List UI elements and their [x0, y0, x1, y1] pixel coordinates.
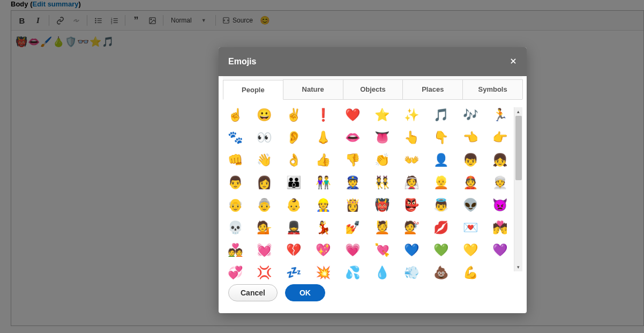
- emoji-item[interactable]: 👄: [344, 130, 362, 145]
- emoji-item[interactable]: 🎵: [432, 107, 450, 122]
- emoji-item[interactable]: 👸: [344, 197, 362, 212]
- emoji-item[interactable]: 👃: [314, 130, 333, 145]
- emoji-item[interactable]: 👂: [285, 130, 303, 145]
- emoji-item[interactable]: 💑: [226, 242, 244, 257]
- emoji-item[interactable]: 👮: [344, 175, 362, 190]
- close-button[interactable]: [510, 57, 517, 66]
- tab-places[interactable]: Places: [402, 79, 463, 99]
- emoji-item[interactable]: 👳: [491, 175, 509, 190]
- emoji-item[interactable]: 💨: [402, 265, 421, 280]
- emoji-grid: ☝️😀✌️❗❤️⭐✨🎵🎶🏃🐾👀👂👃👄👅👆👇👈👉👊👋👌👍👎👏👐👤👦👧👨👩👪👫👮👯👰…: [226, 107, 514, 271]
- emoji-item[interactable]: 👆: [402, 130, 421, 145]
- emoji-item[interactable]: 👋: [256, 152, 274, 167]
- emoji-item[interactable]: 😀: [256, 107, 274, 122]
- emoji-item[interactable]: 👰: [402, 175, 421, 190]
- emoji-item[interactable]: 👶: [285, 197, 303, 212]
- emoji-item[interactable]: 💂: [285, 220, 303, 235]
- emoji-item[interactable]: 👏: [373, 152, 392, 167]
- emoji-item[interactable]: 👿: [491, 197, 509, 212]
- emoji-item[interactable]: 👧: [491, 152, 509, 167]
- emoji-item[interactable]: 💢: [256, 265, 274, 280]
- emoji-item[interactable]: 💇: [402, 220, 421, 235]
- emoji-item[interactable]: 💀: [226, 220, 244, 235]
- emoji-item[interactable]: 💗: [344, 242, 362, 257]
- emoji-panel: ☝️😀✌️❗❤️⭐✨🎵🎶🏃🐾👀👂👃👄👅👆👇👈👉👊👋👌👍👎👏👐👤👦👧👨👩👪👫👮👯👰…: [219, 100, 527, 276]
- emoji-item[interactable]: 👴: [226, 197, 244, 212]
- dialog-title: Emojis: [228, 57, 256, 66]
- scroll-up-arrow[interactable]: ▴: [514, 107, 522, 116]
- emoji-item[interactable]: 🎶: [461, 107, 480, 122]
- emoji-item[interactable]: 💌: [461, 220, 480, 235]
- emoji-item[interactable]: ✨: [402, 107, 421, 122]
- scroll-thumb[interactable]: [515, 116, 522, 180]
- emoji-item[interactable]: ☝️: [226, 107, 244, 122]
- emoji-item[interactable]: 🏃: [491, 107, 509, 122]
- tab-symbols[interactable]: Symbols: [462, 79, 523, 99]
- emoji-item[interactable]: 👈: [461, 130, 480, 145]
- emoji-item[interactable]: 👹: [373, 197, 392, 212]
- emoji-item[interactable]: 💔: [285, 242, 303, 257]
- emoji-item[interactable]: 👤: [432, 152, 450, 167]
- dialog-footer: Cancel OK: [219, 276, 527, 313]
- emoji-item[interactable]: 👐: [402, 152, 421, 167]
- emoji-item[interactable]: ⭐: [373, 107, 392, 122]
- emoji-item[interactable]: 👦: [461, 152, 480, 167]
- emoji-item[interactable]: 👺: [402, 197, 421, 212]
- cancel-button[interactable]: Cancel: [228, 284, 278, 301]
- ok-button[interactable]: OK: [285, 284, 325, 301]
- emoji-item[interactable]: 💞: [226, 265, 244, 280]
- emoji-item[interactable]: ❗: [314, 107, 333, 122]
- dialog-header: Emojis: [219, 47, 527, 76]
- emoji-item[interactable]: 👇: [432, 130, 450, 145]
- emoji-item[interactable]: 👎: [344, 152, 362, 167]
- emoji-item[interactable]: 👍: [314, 152, 333, 167]
- emoji-item[interactable]: 💛: [461, 242, 480, 257]
- emoji-item[interactable]: 👀: [256, 130, 274, 145]
- emoji-item[interactable]: 👉: [491, 130, 509, 145]
- close-icon: [510, 57, 517, 65]
- scroll-down-arrow[interactable]: ▾: [514, 263, 522, 271]
- emoji-item[interactable]: 💆: [373, 220, 392, 235]
- emoji-item[interactable]: 💓: [256, 242, 274, 257]
- emoji-tabs: People Nature Objects Places Symbols: [223, 76, 522, 100]
- emoji-item[interactable]: 💪: [461, 265, 480, 280]
- emoji-item[interactable]: 👼: [432, 197, 450, 212]
- emoji-item[interactable]: 👊: [226, 152, 244, 167]
- emoji-item[interactable]: 💘: [373, 242, 392, 257]
- emoji-item[interactable]: 💚: [432, 242, 450, 257]
- emoji-item[interactable]: 👱: [432, 175, 450, 190]
- emoji-item[interactable]: 💜: [491, 242, 509, 257]
- emoji-item[interactable]: 💙: [402, 242, 421, 257]
- emoji-item[interactable]: 👨: [226, 175, 244, 190]
- emoji-item[interactable]: 👯: [373, 175, 392, 190]
- emoji-item[interactable]: 🐾: [226, 130, 244, 145]
- emoji-item[interactable]: 💏: [491, 220, 509, 235]
- emoji-item[interactable]: 💤: [285, 265, 303, 280]
- emoji-item[interactable]: 💅: [344, 220, 362, 235]
- emoji-item[interactable]: 👫: [314, 175, 333, 190]
- emoji-item[interactable]: 👌: [285, 152, 303, 167]
- emoji-item[interactable]: 👩: [256, 175, 274, 190]
- emoji-item[interactable]: 👵: [256, 197, 274, 212]
- emoji-item[interactable]: 👪: [285, 175, 303, 190]
- emoji-item[interactable]: 💃: [314, 220, 333, 235]
- emoji-item[interactable]: ❤️: [344, 107, 362, 122]
- emoji-item[interactable]: 👷: [314, 197, 333, 212]
- emoji-item[interactable]: 💖: [314, 242, 333, 257]
- emoji-item[interactable]: 💋: [432, 220, 450, 235]
- emoji-scrollbar[interactable]: ▴ ▾: [514, 107, 522, 271]
- emoji-item[interactable]: 💥: [314, 265, 333, 280]
- tab-people[interactable]: People: [223, 80, 283, 100]
- emoji-item[interactable]: 👅: [373, 130, 392, 145]
- emoji-item[interactable]: ✌️: [285, 107, 303, 122]
- emoji-dialog: Emojis People Nature Objects Places Symb…: [219, 47, 527, 313]
- tab-objects[interactable]: Objects: [343, 79, 403, 99]
- emoji-item[interactable]: 👲: [461, 175, 480, 190]
- tab-nature[interactable]: Nature: [283, 79, 343, 99]
- emoji-item[interactable]: 💁: [256, 220, 274, 235]
- emoji-item[interactable]: 👽: [461, 197, 480, 212]
- emoji-item[interactable]: 💦: [344, 265, 362, 280]
- emoji-item[interactable]: 💧: [373, 265, 392, 280]
- emoji-item[interactable]: 💩: [432, 265, 450, 280]
